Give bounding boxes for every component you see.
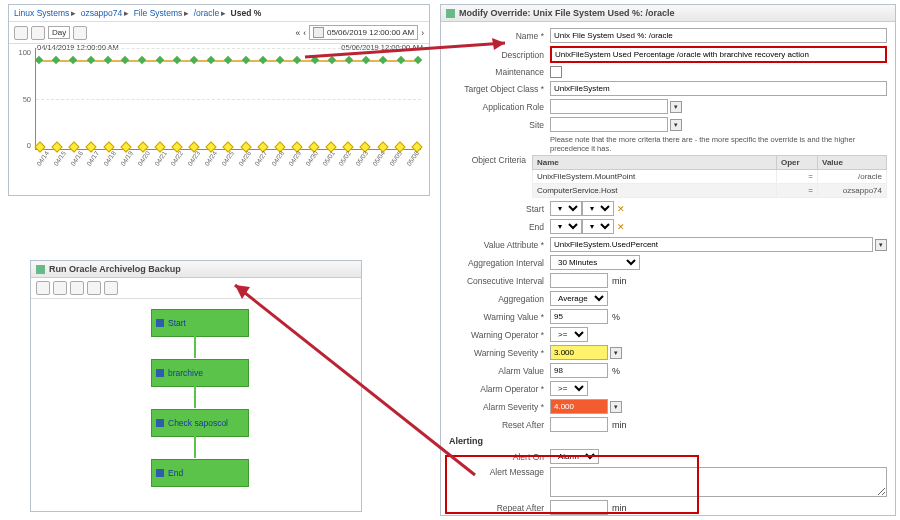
- dropdown-icon[interactable]: ▾: [670, 101, 682, 113]
- refresh-icon[interactable]: [31, 26, 45, 40]
- label-value-attr: Value Attribute *: [449, 240, 550, 250]
- flow-node-brarchive[interactable]: brarchive: [151, 359, 249, 387]
- prev-icon[interactable]: [73, 26, 87, 40]
- reset-after-field[interactable]: [550, 417, 608, 432]
- label-warn-sev: Warning Severity *: [449, 348, 550, 358]
- export-icon[interactable]: [104, 281, 118, 295]
- calendar-icon: [313, 27, 324, 38]
- nav-first-icon[interactable]: «: [295, 28, 300, 38]
- label-alert-on: Alert On: [449, 452, 550, 462]
- flow-connector: [194, 336, 196, 358]
- unit-label: min: [612, 503, 627, 513]
- crumb[interactable]: Linux Systems: [14, 8, 69, 18]
- agg-select[interactable]: Day: [48, 26, 70, 39]
- col-value[interactable]: Value: [818, 156, 887, 170]
- label-alarm-op: Alarm Operator *: [449, 384, 550, 394]
- repeat-after-field[interactable]: [550, 500, 608, 515]
- warn-sev-field[interactable]: [550, 345, 608, 360]
- label-description: Description: [449, 50, 550, 60]
- value-attr-field[interactable]: [550, 237, 873, 252]
- crumb[interactable]: File Systems: [134, 8, 183, 18]
- workflow-icon: [36, 265, 45, 274]
- name-field[interactable]: [550, 28, 887, 43]
- y-axis: 100500: [11, 48, 31, 150]
- node-label: brarchive: [168, 368, 203, 378]
- copy-icon[interactable]: [70, 281, 84, 295]
- flow-panel-title: Run Oracle Archivelog Backup: [49, 264, 181, 274]
- label-start: Start: [449, 204, 550, 214]
- crumb-current: Used %: [231, 8, 262, 18]
- unit-label: %: [612, 312, 620, 322]
- dropdown-icon[interactable]: ▾: [610, 401, 622, 413]
- table-row[interactable]: UnixFileSystem.MountPoint=/oracle: [532, 170, 886, 184]
- date-end-field[interactable]: 05/06/2019 12:00:00 AM: [309, 25, 418, 40]
- alert-msg-field[interactable]: [550, 467, 887, 497]
- flow-node-start[interactable]: Start: [151, 309, 249, 337]
- site-field[interactable]: [550, 117, 668, 132]
- aggregation-select[interactable]: Average: [550, 291, 608, 306]
- col-oper[interactable]: Oper: [777, 156, 818, 170]
- chart-area: 04/14/2019 12:00:00 AM 05/06/2019 12:00:…: [9, 44, 429, 172]
- label-warn-op: Warning Operator *: [449, 330, 550, 340]
- end-h[interactable]: ▾: [550, 219, 582, 234]
- label-aggregation: Aggregation: [449, 294, 550, 304]
- chart-type-icon[interactable]: [14, 26, 28, 40]
- agg-interval-select[interactable]: 30 Minutes: [550, 255, 640, 270]
- table-row[interactable]: ComputerService.Host=ozsappo74: [532, 184, 886, 198]
- consecutive-field[interactable]: [550, 273, 608, 288]
- start-h[interactable]: ▾: [550, 201, 582, 216]
- label-end: End: [449, 222, 550, 232]
- start-m[interactable]: ▾: [582, 201, 614, 216]
- flow-connector: [194, 386, 196, 408]
- criteria-note: Please note that the more criteria there…: [550, 135, 855, 153]
- unit-label: min: [612, 420, 627, 430]
- plot-area: [35, 48, 421, 150]
- clear-icon[interactable]: ✕: [617, 222, 625, 232]
- crumb[interactable]: /oracle: [194, 8, 220, 18]
- label-app-role: Application Role: [449, 102, 550, 112]
- alerting-section: Alerting: [449, 436, 887, 446]
- node-icon: [156, 469, 164, 477]
- nav-next-icon[interactable]: ›: [421, 28, 424, 38]
- app-role-field[interactable]: [550, 99, 668, 114]
- flow-node-check[interactable]: Check saposcol: [151, 409, 249, 437]
- end-m[interactable]: ▾: [582, 219, 614, 234]
- label-alert-msg: Alert Message: [449, 467, 550, 477]
- nav-prev-icon[interactable]: ‹: [303, 28, 306, 38]
- breadcrumb: Linux Systems▸ ozsappo74▸ File Systems▸ …: [9, 5, 429, 22]
- flow-node-end[interactable]: End: [151, 459, 249, 487]
- clear-icon[interactable]: ✕: [617, 204, 625, 214]
- flow-toolbar: [31, 278, 361, 299]
- node-icon: [156, 419, 164, 427]
- description-field[interactable]: [550, 46, 887, 63]
- chart-panel: Linux Systems▸ ozsappo74▸ File Systems▸ …: [8, 4, 430, 196]
- run-icon[interactable]: [36, 281, 50, 295]
- flow-panel: Run Oracle Archivelog Backup Start brarc…: [30, 260, 362, 512]
- dropdown-icon[interactable]: ▾: [610, 347, 622, 359]
- target-class-field[interactable]: [550, 81, 887, 96]
- unit-label: %: [612, 366, 620, 376]
- node-icon: [156, 319, 164, 327]
- label-criteria: Object Criteria: [449, 155, 532, 165]
- alarm-sev-field[interactable]: [550, 399, 608, 414]
- dropdown-icon[interactable]: ▾: [670, 119, 682, 131]
- warn-value-field[interactable]: [550, 309, 608, 324]
- col-name[interactable]: Name: [532, 156, 776, 170]
- alarm-value-field[interactable]: [550, 363, 608, 378]
- alarm-op-select[interactable]: >=: [550, 381, 588, 396]
- node-label: End: [168, 468, 183, 478]
- dropdown-icon[interactable]: ▾: [875, 239, 887, 251]
- label-agg-interval: Aggregation Interval: [449, 258, 550, 268]
- crumb[interactable]: ozsappo74: [81, 8, 123, 18]
- maintenance-checkbox[interactable]: [550, 66, 562, 78]
- warn-op-select[interactable]: >=: [550, 327, 588, 342]
- label-repeat: Repeat After: [449, 503, 550, 513]
- chart-toolbar: Day « ‹ 05/06/2019 12:00:00 AM ›: [9, 22, 429, 44]
- series-markers: [36, 57, 421, 67]
- alert-on-select[interactable]: Alarm: [550, 449, 599, 464]
- edit-icon[interactable]: [53, 281, 67, 295]
- label-maintenance: Maintenance: [449, 67, 550, 77]
- override-form-title: Modify Override: Unix File System Used %…: [459, 8, 675, 18]
- label-reset: Reset After: [449, 420, 550, 430]
- delete-icon[interactable]: [87, 281, 101, 295]
